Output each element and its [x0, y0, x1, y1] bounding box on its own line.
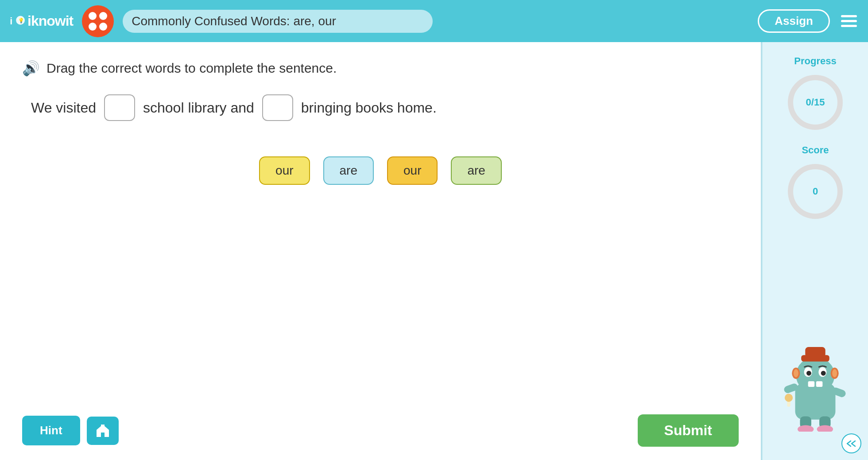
svg-point-13: [821, 371, 826, 376]
progress-circle: 0/15: [787, 74, 844, 131]
menu-line2: [841, 20, 857, 22]
svg-point-29: [785, 394, 793, 402]
svg-rect-15: [816, 381, 823, 387]
svg-point-19: [832, 369, 837, 377]
dot2: [99, 12, 107, 20]
main-container: 🔊 Drag the correct words to complete the…: [0, 42, 868, 460]
submit-button[interactable]: Submit: [638, 414, 739, 447]
arrow-icon: [846, 440, 857, 447]
word-tiles: our are our are: [22, 156, 739, 185]
sentence-part2: school library and: [143, 100, 254, 116]
character-illustration: [775, 343, 855, 432]
dot1: [89, 12, 97, 20]
header: i 💡 iknowit Commonly Confused Words: are…: [0, 0, 868, 42]
svg-point-27: [817, 425, 833, 432]
word-tile-are-1[interactable]: are: [323, 156, 374, 185]
word-tile-are-2[interactable]: are: [451, 156, 501, 185]
activity-icon: [82, 5, 114, 37]
svg-point-12: [806, 371, 811, 376]
drop-box-1[interactable]: [104, 94, 135, 121]
dot3: [89, 23, 97, 31]
menu-button[interactable]: [839, 13, 859, 29]
speaker-icon[interactable]: 🔊: [22, 60, 40, 77]
progress-label: Progress: [794, 55, 836, 67]
logo-text: iknowit: [27, 13, 73, 29]
sentence-part3: bringing books home.: [301, 100, 437, 116]
logo-area: i 💡 iknowit: [9, 13, 73, 29]
svg-rect-3: [101, 425, 105, 428]
character-area: [775, 343, 855, 433]
score-circle: 0: [787, 163, 844, 220]
word-tile-our-1[interactable]: our: [259, 156, 310, 185]
word-tile-our-2[interactable]: our: [387, 156, 438, 185]
activity-title: Commonly Confused Words: are, our: [132, 14, 336, 28]
bottom-bar: Hint Submit: [22, 414, 739, 447]
assign-button[interactable]: Assign: [758, 9, 830, 33]
instruction-text: Drag the correct words to complete the s…: [46, 61, 337, 76]
svg-point-26: [798, 425, 814, 432]
svg-point-18: [794, 369, 798, 377]
progress-value: 0/15: [806, 97, 825, 108]
instruction-row: 🔊 Drag the correct words to complete the…: [22, 60, 739, 77]
dot4: [99, 23, 107, 31]
title-area: Commonly Confused Words: are, our: [123, 10, 433, 33]
svg-point-9: [796, 357, 834, 394]
svg-text:💡: 💡: [18, 17, 24, 23]
header-right: Assign: [758, 9, 859, 33]
sidebar: Progress 0/15 Score 0: [762, 42, 868, 460]
sentence-row: We visited school library and bringing b…: [31, 94, 739, 121]
home-icon: [95, 423, 111, 439]
sentence-part1: We visited: [31, 100, 96, 116]
nav-arrow-button[interactable]: [841, 433, 861, 453]
logo-icon: i 💡: [9, 13, 25, 29]
hint-button[interactable]: Hint: [22, 416, 80, 445]
score-value: 0: [813, 186, 818, 197]
svg-rect-14: [808, 381, 815, 387]
score-label: Score: [802, 144, 829, 156]
drop-box-2[interactable]: [262, 94, 293, 121]
home-button[interactable]: [87, 417, 119, 445]
svg-text:i: i: [10, 15, 12, 26]
content-area: 🔊 Drag the correct words to complete the…: [0, 42, 761, 460]
bottom-left: Hint: [22, 416, 119, 445]
menu-line3: [841, 25, 857, 27]
menu-line1: [841, 15, 857, 17]
svg-rect-21: [805, 347, 825, 358]
